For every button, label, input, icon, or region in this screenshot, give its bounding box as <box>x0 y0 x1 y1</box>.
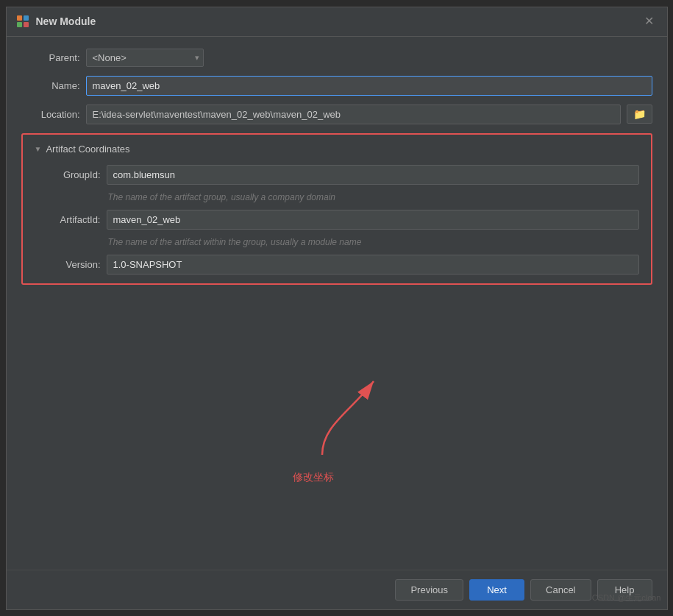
version-label: Version: <box>35 259 101 270</box>
svg-rect-3 <box>24 22 29 27</box>
watermark: CSDN @生元clean <box>592 592 661 603</box>
section-header: ▼ Artifact Coordinates <box>35 144 639 155</box>
dialog-content: Parent: <None> Name: Location: 📁 ▼ Artif… <box>7 37 667 570</box>
svg-rect-1 <box>24 15 29 21</box>
artifactid-hint: The name of the artifact within the grou… <box>108 237 639 247</box>
parent-select[interactable]: <None> <box>86 49 204 67</box>
dialog-footer: Previous Next Cancel Help <box>7 570 667 609</box>
name-row: Name: <box>21 76 652 96</box>
svg-rect-2 <box>17 22 22 27</box>
artifactid-row: ArtifactId: <box>35 210 639 230</box>
new-module-dialog: New Module ✕ Parent: <None> Name: Locati… <box>6 7 668 610</box>
section-title: Artifact Coordinates <box>46 144 129 155</box>
location-row: Location: 📁 <box>21 105 652 124</box>
parent-label: Parent: <box>21 52 80 63</box>
module-icon <box>15 14 30 29</box>
browse-folder-button[interactable]: 📁 <box>627 105 652 124</box>
cancel-button[interactable]: Cancel <box>530 579 591 601</box>
groupid-row: GroupId: <box>35 165 639 185</box>
artifactid-input[interactable] <box>107 210 639 230</box>
groupid-hint: The name of the artifact group, usually … <box>108 192 639 202</box>
version-row: Version: <box>35 255 639 275</box>
artifact-coordinates-section: ▼ Artifact Coordinates GroupId: The name… <box>21 133 652 285</box>
parent-row: Parent: <None> <box>21 49 652 67</box>
title-bar: New Module ✕ <box>7 7 667 37</box>
annotation-arrow <box>278 367 425 462</box>
location-input[interactable] <box>86 105 621 124</box>
artifactid-label: ArtifactId: <box>35 214 101 225</box>
location-label: Location: <box>21 109 80 120</box>
groupid-label: GroupId: <box>35 169 101 180</box>
name-label: Name: <box>21 80 80 91</box>
previous-button[interactable]: Previous <box>395 579 463 601</box>
title-bar-left: New Module <box>15 14 96 29</box>
annotation-label: 修改坐标 <box>293 471 334 484</box>
dialog-title: New Module <box>36 15 96 27</box>
next-button[interactable]: Next <box>469 579 524 601</box>
section-toggle-icon[interactable]: ▼ <box>35 145 42 153</box>
name-input[interactable] <box>86 76 652 96</box>
groupid-input[interactable] <box>107 165 639 185</box>
close-button[interactable]: ✕ <box>640 14 658 29</box>
annotation-area: 修改坐标 <box>21 294 652 558</box>
version-input[interactable] <box>107 255 639 275</box>
parent-select-wrapper: <None> <box>86 49 204 67</box>
svg-rect-0 <box>17 15 22 21</box>
